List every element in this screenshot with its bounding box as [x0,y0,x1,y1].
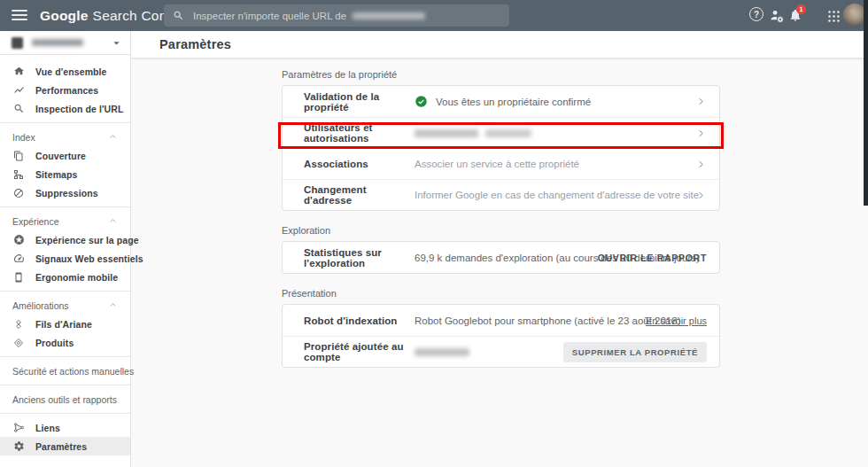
row-label: Associations [304,159,415,169]
logo-google-text: Google [40,8,89,24]
row-crawl-stats[interactable]: Statistiques sur l'exploration 69,9 k de… [283,242,719,273]
sidebar-item-label: Sitemaps [35,169,78,180]
page-title-bar: Paramètres [131,31,868,58]
sidebar-item-label: Performances [35,85,98,96]
row-label: Robot d'indexation [304,315,415,326]
divider [0,356,130,357]
learn-more-link[interactable]: En savoir plus [637,315,707,326]
home-icon [13,66,25,77]
breadcrumbs-icon [13,319,24,330]
row-value-text: Associer un service à cette propriété [415,159,579,169]
chevron-up-icon [108,216,118,226]
sidebar: Vue d'ensemble Performances Inspection d… [0,31,131,467]
chevron-up-icon [108,300,118,310]
sidebar-section-enhancements[interactable]: Améliorations [0,296,130,315]
sidebar-item-label: Vue d'ensemble [35,66,107,77]
menu-icon[interactable] [12,8,27,22]
right-edge-dark-strip [864,0,868,206]
section-label-about: Présentation [282,288,868,300]
property-settings-card: Validation de la propriété Vous êtes un … [282,85,720,211]
sidebar-item-links[interactable]: Liens [0,418,130,437]
property-selector[interactable] [0,31,130,55]
sidebar-item-overview[interactable]: Vue d'ensemble [0,62,130,81]
chevron-up-icon [108,132,118,142]
sidebar-item-core-web-vitals[interactable]: Signaux Web essentiels [0,249,130,268]
sidebar-item-products[interactable]: Produits [0,333,130,352]
divider [0,385,130,385]
row-value-text: Vous êtes un propriétaire confirmé [436,97,591,107]
mobile-usability-icon [13,272,24,283]
redacted-property-favicon [12,37,23,49]
sidebar-item-url-inspection[interactable]: Inspection de l'URL [0,99,130,118]
sidebar-section-security[interactable]: Sécurité et actions manuelles [0,362,130,380]
row-label: Propriété ajoutée au compte [304,341,415,362]
sidebar-section-index[interactable]: Index [0,128,130,146]
row-property-added: Propriété ajoutée au compte SUPPRIMER LA… [283,336,719,367]
row-users-permissions[interactable]: Utilisateurs et autorisations [283,117,719,148]
redacted-date-value [415,348,469,356]
chevron-right-icon [695,96,707,107]
section-header-label: Sécurité et actions manuelles [12,366,134,377]
sidebar-item-label: Signaux Web essentiels [35,253,143,264]
redacted-property-name [353,12,425,19]
sidebar-item-breadcrumbs[interactable]: Fils d'Ariane [0,315,130,333]
divider [0,206,130,207]
search-console-window: Google Search Console Inspecter n'import… [0,0,868,467]
remove-property-button[interactable]: SUPPRIMER LA PROPRIÉTÉ [563,342,707,362]
page-title: Paramètres [159,37,231,51]
dropdown-caret-icon [110,36,123,50]
sidebar-item-label: Liens [35,423,60,433]
chevron-right-icon [695,159,707,170]
links-icon [13,422,25,433]
redacted-users-value [415,129,531,137]
top-app-bar: Google Search Console Inspecter n'import… [0,0,868,31]
sidebar-item-label: Expérience sur la page [35,235,139,245]
section-label-property: Paramètres de la propriété [282,69,868,81]
url-inspection-icon [13,103,25,114]
sidebar-item-coverage[interactable]: Couverture [0,146,130,165]
row-label: Validation de la propriété [304,91,415,113]
settings-content: Paramètres de la propriété Validation de… [131,58,868,368]
section-label-crawl: Exploration [282,225,868,237]
row-ownership-verification[interactable]: Validation de la propriété Vous êtes un … [283,86,719,117]
sidebar-item-removals[interactable]: Suppressions [0,183,130,202]
sidebar-item-settings[interactable]: Paramètres [0,437,130,455]
main-content: Paramètres Paramètres de la propriété Va… [131,31,868,467]
coverage-icon [13,151,24,161]
help-glyph: ? [754,10,759,19]
sidebar-item-sitemaps[interactable]: Sitemaps [0,165,130,183]
divider [0,122,130,123]
verified-check-icon [415,95,428,108]
settings-icon [13,440,25,452]
sidebar-item-label: Produits [35,338,74,348]
help-icon[interactable]: ? [749,7,763,21]
row-associations[interactable]: Associations Associer un service à cette… [283,148,719,179]
url-inspection-search-input[interactable]: Inspecter n'importe quelle URL de [164,4,509,27]
chevron-right-icon [695,190,707,201]
sidebar-item-performance[interactable]: Performances [0,81,130,99]
sitemaps-icon [13,169,24,180]
core-web-vitals-icon [13,253,25,264]
sidebar-item-page-experience[interactable]: Expérience sur la page [0,230,130,249]
performance-icon [13,84,25,96]
search-icon [173,10,184,21]
removals-icon [13,188,24,198]
sidebar-nav: Vue d'ensemble Performances Inspection d… [0,55,130,455]
open-report-button[interactable]: OUVRIR LE RAPPORT [589,253,707,263]
products-icon [13,338,24,348]
section-header-label: Anciens outils et rapports [12,394,117,405]
manage-users-icon[interactable] [769,8,784,23]
chevron-down-icon [117,394,118,404]
sidebar-section-experience[interactable]: Expérience [0,212,130,230]
row-value-text: Informer Google en cas de changement d'a… [415,190,699,200]
row-label: Utilisateurs et autorisations [304,122,415,144]
sidebar-item-label: Fils d'Ariane [35,319,92,330]
row-change-of-address[interactable]: Changement d'adresse Informer Google en … [283,179,719,210]
sidebar-item-label: Suppressions [35,188,98,198]
sidebar-item-mobile-usability[interactable]: Ergonomie mobile [0,268,130,286]
row-indexing-crawler[interactable]: Robot d'indexation Robot Googlebot pour … [283,305,719,336]
notifications-bell-icon[interactable]: 1 [788,8,803,23]
redacted-property-label [32,39,83,46]
sidebar-section-legacy-tools[interactable]: Anciens outils et rapports [0,390,130,409]
google-apps-grid-icon[interactable] [826,9,841,24]
